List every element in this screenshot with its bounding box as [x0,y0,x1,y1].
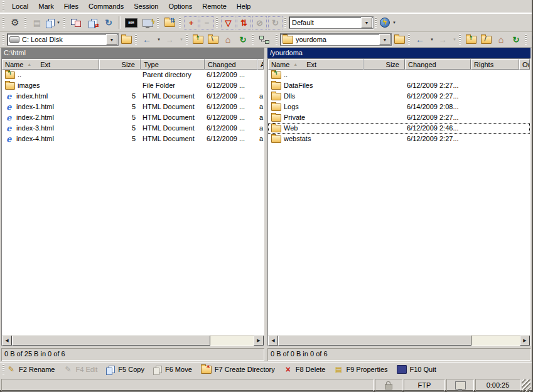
toolbar-gripper[interactable] [408,34,410,45]
synchronize-browsing-button[interactable] [162,16,177,29]
scroll-right-button[interactable]: ▶ [520,336,530,346]
remote-hscrollbar[interactable]: ◀ ▶ [268,335,530,346]
chevron-down-icon[interactable]: ▼ [361,17,372,28]
open-console-button[interactable]: HOM [124,16,139,29]
remote-path-bar[interactable]: /yourdoma [267,48,530,58]
toolbar-gripper[interactable] [276,34,277,45]
root-directory-button[interactable] [479,33,493,46]
preferences-button[interactable]: ⚙ [8,16,23,29]
menu-local[interactable]: Local [7,1,33,11]
open-directory-button[interactable] [119,33,133,46]
new-session-button[interactable]: ϟ [140,16,155,29]
scroll-left-button[interactable]: ◀ [2,336,12,346]
tree-view-button[interactable] [530,33,533,46]
column-header-size[interactable]: Size [99,59,141,70]
file-row[interactable]: index-2.html 5 HTML Document 6/12/2009 .… [2,112,264,123]
toolbar-gripper[interactable] [3,18,4,28]
chevron-down-icon[interactable]: ▼ [379,34,390,45]
refresh-panel-button[interactable]: ↻ [236,33,250,46]
menu-help[interactable]: Help [232,1,256,11]
menu-files[interactable]: Files [59,1,83,11]
column-header-name[interactable]: Name ▲ Ext [268,59,363,70]
fkey-quit-button[interactable]: F10 Quit [397,365,436,374]
sort-button[interactable]: ⇅ [237,16,251,29]
fkey-delete-button[interactable]: × F8 Delete [284,364,326,374]
back-history-dropdown[interactable]: ▾ [156,37,162,42]
column-header-attr[interactable]: Attr [257,59,264,70]
scroll-track[interactable] [12,336,254,346]
unselect-files-button[interactable]: − [200,16,214,29]
file-row[interactable]: .. Parent directory 6/12/2009 ... [2,70,264,80]
menu-remote[interactable]: Remote [197,1,232,11]
column-header-ext[interactable]: Ext [40,61,50,68]
menu-commands[interactable]: Commands [83,1,129,11]
column-header-name[interactable]: Name ▲ Ext [2,59,99,70]
open-directory-button[interactable] [392,33,406,46]
fkey-rename-button[interactable]: ✎ F2 Rename [7,365,55,374]
column-header-changed[interactable]: Changed [405,59,471,70]
chevron-down-icon[interactable]: ▾ [55,20,62,25]
chevron-down-icon[interactable]: ▼ [106,34,117,45]
remote-file-list[interactable]: .. DataFiles 6/12/2009 2:27... Dlls 6/12… [268,70,530,335]
toolbar-gripper[interactable] [3,34,4,45]
toolbar-gripper[interactable] [135,34,137,45]
forward-history-dropdown[interactable]: ▾ [178,37,185,42]
home-directory-button[interactable]: ⌂ [221,33,235,46]
file-row[interactable]: index.html 5 HTML Document 6/12/2009 ...… [2,91,264,102]
toolbar-gripper[interactable] [459,34,461,45]
forward-history-dropdown[interactable]: ▾ [451,37,458,42]
toolbar-gripper[interactable] [216,18,218,28]
file-row[interactable]: Dlls 6/12/2009 2:27... [268,91,530,102]
toolbar-gripper[interactable] [3,364,4,374]
filter-button[interactable]: ▽ [221,16,235,29]
file-row[interactable]: index-1.html 5 HTML Document 6/12/2009 .… [2,102,264,112]
scroll-thumb[interactable] [278,336,471,346]
queue-button[interactable]: ↻ [268,16,283,29]
fkey-edit-button[interactable]: ✎ F4 Edit [63,365,97,374]
refresh-panel-button[interactable]: ↻ [509,33,523,46]
login-dialog-button[interactable]: ϟ▾ [380,16,397,29]
file-row[interactable]: index-4.html 5 HTML Document 6/12/2009 .… [2,134,264,144]
column-header-rights[interactable]: Rights [471,59,519,70]
toolbar-gripper[interactable] [252,34,254,45]
select-files-button[interactable]: + [184,16,198,29]
drive-combo[interactable]: C: Local Disk ▼ [7,33,119,46]
local-hscrollbar[interactable]: ◀ ▶ [2,335,264,346]
toolbar-gripper[interactable] [179,18,181,28]
chevron-down-icon[interactable]: ▾ [391,20,397,25]
menu-mark[interactable]: Mark [33,1,58,11]
root-directory-button[interactable] [206,33,220,46]
toolbar-gripper[interactable] [157,18,159,28]
parent-directory-button[interactable] [464,33,478,46]
tree-view-button[interactable] [257,33,271,46]
back-history-dropdown[interactable]: ▾ [429,37,435,42]
remote-directory-combo[interactable]: yourdoma ▼ [280,33,392,46]
file-row[interactable]: Private 6/12/2009 2:27... [268,112,530,123]
toolbar-gripper[interactable] [24,18,26,28]
scroll-right-button[interactable]: ▶ [254,336,264,346]
back-button[interactable]: ← [140,33,154,46]
fkey-create-directory-button[interactable]: F7 Create Directory [201,366,275,374]
file-row[interactable]: Web 6/12/2009 2:46... [268,123,530,134]
back-button[interactable]: ← [413,33,427,46]
file-row[interactable]: webstats 6/12/2009 2:27... [268,134,530,144]
refresh-button[interactable]: ↻ [101,16,116,29]
local-file-list[interactable]: .. Parent directory 6/12/2009 ... images… [2,70,264,335]
column-header-owner[interactable]: Owner [519,59,530,70]
toolbar-gripper[interactable] [186,34,188,45]
menu-options[interactable]: Options [163,1,197,11]
scroll-track[interactable] [278,336,520,346]
file-row[interactable]: Logs 6/14/2009 2:08... [268,102,530,112]
resize-grip[interactable] [522,379,530,392]
fkey-properties-button[interactable]: ▤ F9 Properties [334,365,387,374]
file-row[interactable]: images File Folder 6/12/2009 ... [2,80,264,91]
fkey-copy-button[interactable]: F5 Copy [106,366,144,374]
session-log-button[interactable]: ▤ [30,16,45,29]
transfer-settings-button[interactable]: ▾ [46,16,62,29]
scroll-thumb[interactable] [12,336,210,346]
show-hidden-button[interactable]: ⊘ [252,16,267,29]
fkey-move-button[interactable]: F6 Move [153,366,192,374]
menu-session[interactable]: Session [129,1,163,11]
toolbar-gripper[interactable] [3,1,4,11]
synchronize-button[interactable]: ⇄ [85,16,100,29]
